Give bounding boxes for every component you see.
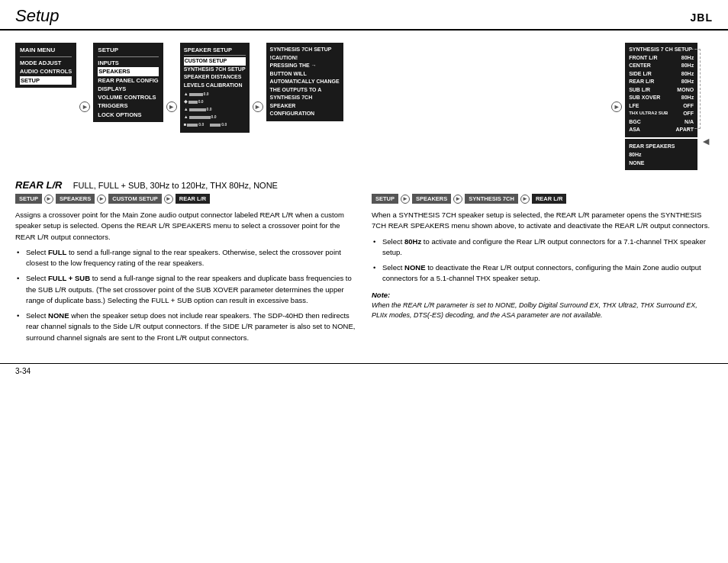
main-content: MAIN MENU MODE ADJUST AUDIO CONTROLS SET… <box>0 31 728 355</box>
left-bullet-3: Select NONE when the speaker setup does … <box>23 310 356 343</box>
speaker-val-5: 0.0 <box>198 122 208 128</box>
left-column: REAR L/R FULL, FULL + SUB, 30Hz to 120Hz… <box>15 179 356 348</box>
synth-caution-line1: !CAUTION! <box>270 54 340 63</box>
bc-right-synthesis: SYNTHESIS 7CH <box>465 194 518 204</box>
speaker-icon-1: ▲ <box>184 91 188 98</box>
main-menu-box: MAIN MENU MODE ADJUST AUDIO CONTROLS SET… <box>15 43 76 88</box>
setup-item-rear-panel: REAR PANEL CONFIG <box>98 76 158 85</box>
arrow-3: ► <box>251 101 265 112</box>
speaker-setup-title: SPEAKER SETUP <box>184 46 246 56</box>
synth-caution-title: SYNTHESIS 7CH SETUP <box>270 46 340 54</box>
speaker-val-3: 0.0 <box>207 107 216 113</box>
rear-speakers-80hz: 80Hz <box>629 150 694 159</box>
speaker-bar-6 <box>210 124 221 127</box>
rear-speakers-box: REAR SPEAKERS 80Hz NONE <box>625 139 697 171</box>
setup-box: SETUP INPUTS SPEAKERS REAR PANEL CONFIG … <box>93 43 163 122</box>
arrow-circle-2: ► <box>166 101 177 112</box>
synth-caution-line3: BUTTON WILL <box>270 70 340 79</box>
bc-right-setup: SETUP <box>372 194 398 204</box>
right-intro-text: When a SYNTHESIS 7CH speaker setup is se… <box>372 210 713 232</box>
speaker-bar-4 <box>189 116 211 119</box>
bc-left-custom: CUSTOM SETUP <box>108 194 161 204</box>
left-bullet-2-text: Select FULL + SUB to send a full-range s… <box>26 274 352 304</box>
synth-caution-box: SYNTHESIS 7CH SETUP !CAUTION! PRESSING T… <box>266 43 343 121</box>
speaker-val-4: 0.0 <box>211 114 221 121</box>
arrow-circle-4: ► <box>611 101 622 112</box>
bc-arrow-2: ► <box>97 195 106 204</box>
right-breadcrumb: SETUP ► SPEAKERS ► SYNTHESIS 7CH ► REAR … <box>372 194 713 204</box>
speaker-icon-3: ▲ <box>184 106 188 113</box>
speaker-val-1: 0.0 <box>204 92 213 98</box>
bc-arrow-1: ► <box>44 195 53 204</box>
left-bullet-1: Select FULL to send a full-range signal … <box>23 247 356 269</box>
speaker-icon-5: ■ <box>184 121 187 128</box>
speaker-setup-box: SPEAKER SETUP CUSTOM SETUP SYNTHESIS 7CH… <box>180 43 250 133</box>
left-breadcrumb: SETUP ► SPEAKERS ► CUSTOM SETUP ► REAR L… <box>15 194 356 204</box>
dashed-border-overlay <box>684 49 701 129</box>
arrow-circle-1: ► <box>79 101 90 112</box>
body-columns: REAR L/R FULL, FULL + SUB, 30Hz to 120Hz… <box>15 179 713 348</box>
bc-right-speakers: SPEAKERS <box>412 194 451 204</box>
synth-caution-line7: SPEAKER <box>270 102 340 111</box>
page-title: Setup <box>15 6 60 26</box>
right-bullet-1: Select 80Hz to activate and configure th… <box>379 236 713 259</box>
speaker-graphic: ▲ 0.0 ◆ 0.0 ▲ 0.0 ▲ 0.0 <box>184 91 246 128</box>
rear-speakers-none: NONE <box>629 159 694 167</box>
section-options: FULL, FULL + SUB, 30Hz to 120Hz, THX 80H… <box>73 181 278 190</box>
menu-item-setup-active: SETUP <box>20 76 72 85</box>
right-bullet-2-text: Select NONE to deactivate the Rear L/R o… <box>382 263 701 282</box>
left-bullet-1-text: Select FULL to send a full-range signal … <box>26 248 341 267</box>
brand-logo: JBL <box>691 11 713 24</box>
main-menu-title: MAIN MENU <box>20 46 72 57</box>
note-text: When the REAR L/R parameter is set to NO… <box>372 301 713 321</box>
left-bullet-list: Select FULL to send a full-range signal … <box>23 247 356 343</box>
speaker-setup-distances: SPEAKER DISTANCES <box>184 73 246 82</box>
bc-left-speakers: SPEAKERS <box>56 194 95 204</box>
arrow-5: ◄ <box>699 135 713 147</box>
synth-caution-line6: SYNTHESIS 7CH <box>270 94 340 102</box>
setup-item-inputs: INPUTS <box>98 59 158 67</box>
setup-title: SETUP <box>98 46 158 57</box>
bc-right-arrow-2: ► <box>453 195 462 204</box>
speaker-val-6: 0.0 <box>221 122 230 128</box>
synth-right-wrapper: SYNTHESIS 7 CH SETUP FRONT L/R80Hz CENTE… <box>625 43 697 170</box>
bc-left-setup: SETUP <box>15 194 42 204</box>
setup-item-displays: DISPLAYS <box>98 85 158 93</box>
synth-caution-line5: THE OUTPUTS TO A <box>270 86 340 95</box>
bc-left-rear: REAR L/R <box>176 194 210 204</box>
speaker-icon-4: ▲ <box>184 114 188 121</box>
right-column: REAR L/R SETUP ► SPEAKERS ► SYNTHESIS 7C… <box>372 179 713 348</box>
setup-item-volume: VOLUME CONTROLS <box>98 93 158 101</box>
speaker-bar-2 <box>188 101 198 104</box>
left-bullet-3-text: Select NONE when the speaker setup does … <box>26 311 355 342</box>
speaker-val-2: 0.0 <box>198 99 208 105</box>
menu-diagram-row: MAIN MENU MODE ADJUST AUDIO CONTROLS SET… <box>15 43 713 170</box>
section-heading-left: REAR L/R FULL, FULL + SUB, 30Hz to 120Hz… <box>15 179 356 191</box>
menu-item-audio-controls: AUDIO CONTROLS <box>20 67 72 76</box>
rear-speakers-title: REAR SPEAKERS <box>629 142 694 150</box>
page-header: Setup JBL <box>0 0 728 31</box>
speaker-icon-2: ◆ <box>184 98 188 105</box>
section-label: REAR L/R <box>15 179 62 191</box>
left-intro-text: Assigns a crossover point for the Main Z… <box>15 210 356 243</box>
speaker-bar-3 <box>189 108 206 111</box>
page-number: 3-34 <box>15 367 31 375</box>
right-bullet-2: Select NONE to deactivate the Rear L/R o… <box>379 262 713 285</box>
setup-item-lock: LOCK OPTIONS <box>98 111 158 119</box>
bc-arrow-3: ► <box>164 195 173 204</box>
arrow-2: ► <box>165 101 179 112</box>
speaker-setup-custom-active: CUSTOM SETUP <box>184 57 246 66</box>
bc-right-arrow-1: ► <box>401 195 410 204</box>
menu-item-mode-adjust: MODE ADJUST <box>20 59 72 67</box>
bc-right-arrow-3: ► <box>520 195 530 204</box>
bc-right-rear: REAR L/R <box>532 194 566 204</box>
speaker-bar-1 <box>189 93 203 96</box>
speaker-setup-levels: LEVELS CALIBRATION <box>184 82 246 90</box>
setup-item-speakers-active: SPEAKERS <box>98 67 158 76</box>
right-bullet-1-text: Select 80Hz to activate and configure th… <box>382 237 706 256</box>
arrow-circle-3: ► <box>253 101 263 112</box>
synth-caution-line8: CONFIGURATION <box>270 110 340 118</box>
speaker-setup-synthesis: SYNTHESIS 7CH SETUP <box>184 66 246 74</box>
right-diagram-area: ► SYNTHESIS 7 CH SETUP FRONT L/R80Hz CEN… <box>610 43 713 170</box>
arrow-1: ► <box>78 101 92 112</box>
